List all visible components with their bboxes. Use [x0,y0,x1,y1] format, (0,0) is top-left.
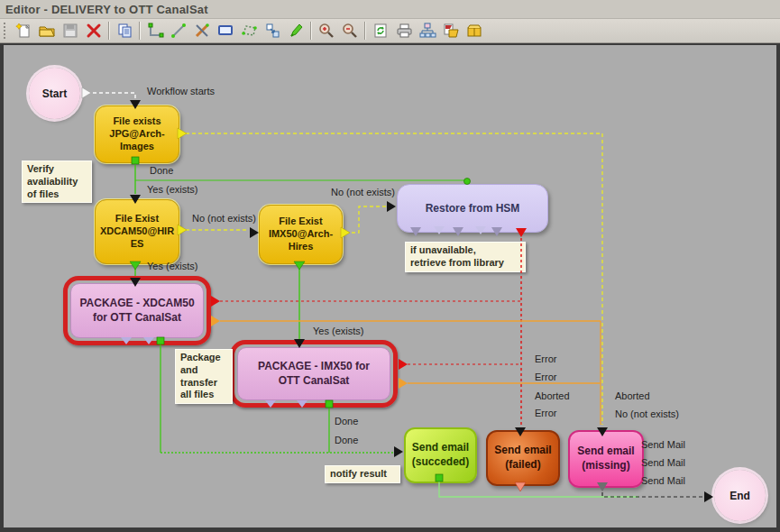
print-button[interactable] [392,19,416,42]
edge-label: Workflow starts [147,86,215,96]
note-package-transfer-text: Package and transfer all files [180,352,221,399]
node-package-imx50-label: PACKAGE - IMX50 for OTT CanalSat [258,360,370,388]
polygon-tool-icon [240,22,258,40]
edge-label: Error [535,371,556,382]
refresh-button[interactable] [369,19,392,42]
toolbar-separator [364,22,366,40]
node-file-exist-imx50-label: File Exist IMX50@Arch- Hires [269,216,333,252]
polygon-tool-button[interactable] [237,19,261,42]
note-retrieve-from-library-text: if unavailable, retrieve from library [410,244,504,268]
node-package-xdcam50[interactable]: PACKAGE - XDCAM50 for OTT CanalSat [70,283,204,338]
node-file-exist-xdcam50-label: File Exist XDCAM50@HIR ES [100,213,174,250]
node-file-exist-xdcam50[interactable]: File Exist XDCAM50@HIR ES [95,199,179,264]
copy-button[interactable] [113,19,136,42]
node-send-email-failed[interactable]: Send email (failed) [486,430,560,486]
cut-link-tool-icon [193,22,211,40]
edge-label: Yes (exists) [147,261,197,271]
arrange-tool-icon [263,22,281,40]
orthogonal-link-tool-button[interactable] [143,19,167,42]
edge-label: Aborted [615,390,650,401]
edge-label: Error [535,408,556,418]
zoom-in-button[interactable] [315,19,338,42]
toolbar-separator [310,22,312,40]
node-package-xdcam50-selection[interactable]: PACKAGE - XDCAM50 for OTT CanalSat [63,276,211,345]
report-button[interactable] [439,19,463,42]
new-workflow-icon [14,22,32,40]
marker-tool-icon [287,22,305,40]
edge-label: Send Mail [641,457,685,468]
node-start[interactable]: Start [29,68,80,119]
node-package-imx50-selection[interactable]: PACKAGE - IMX50 for OTT CanalSat [230,340,398,408]
node-package-imx50[interactable]: PACKAGE - IMX50 for OTT CanalSat [237,347,390,400]
node-tool-icon [216,22,234,40]
delete-button[interactable] [82,19,106,42]
note-notify-result-text: notify result [330,468,387,479]
package-button[interactable] [463,19,486,42]
open-folder-icon [38,22,56,40]
edge-label: Aborted [535,390,570,401]
edge-label: No (not exists) [331,187,395,197]
open-button[interactable] [35,19,59,42]
note-notify-result[interactable]: notify result [325,465,400,483]
toolbar-grip-icon[interactable] [3,22,9,40]
edge-label: Send Mail [641,439,685,450]
node-end-label: End [730,490,750,502]
node-file-exist-imx50[interactable]: File Exist IMX50@Arch- Hires [259,205,343,264]
straight-link-tool-button[interactable] [167,19,190,42]
node-send-email-failed-label: Send email (failed) [494,444,551,472]
toolbar-separator [139,22,141,40]
new-workflow-button[interactable] [12,19,35,42]
node-tool-button[interactable] [214,19,237,42]
edge-label: Yes (exists) [147,184,197,195]
package-icon [465,22,483,40]
node-file-exists-jpg[interactable]: File exists JPG@Arch- Images [95,105,179,163]
node-end[interactable]: End [714,470,766,521]
zoom-out-button[interactable] [338,19,362,42]
node-send-email-missing-label: Send email (missing) [577,445,634,472]
node-start-label: Start [42,87,67,100]
node-restore-from-hsm-label: Restore from HSM [426,202,520,215]
node-package-xdcam50-label: PACKAGE - XDCAM50 for OTT CanalSat [79,297,194,325]
save-icon [61,22,79,40]
orthogonal-link-tool-icon [146,22,164,40]
edge-label: Send Mail [641,475,685,486]
cut-link-tool-button[interactable] [190,19,214,42]
arrange-tool-button[interactable] [261,19,284,42]
marker-tool-button[interactable] [284,19,307,42]
title-bar: Editor - DELIVERY to OTT CanalSat [0,0,780,19]
edge-label: No (not exists) [615,408,679,419]
note-retrieve-from-library[interactable]: if unavailable, retrieve from library [405,242,526,272]
node-send-email-missing[interactable]: Send email (missing) [568,430,644,488]
edge-label: Error [535,353,556,364]
toolbar-separator [108,22,110,40]
node-file-exists-jpg-label: File exists JPG@Arch- Images [109,115,164,152]
window-title: Editor - DELIVERY to OTT CanalSat [5,3,208,16]
edge-label: Done [150,165,173,176]
toolbar [0,19,780,43]
edge-label: Done [335,435,358,445]
copy-icon [115,22,133,40]
note-verify-availability[interactable]: Verify avaliability of files [22,161,92,203]
save-button[interactable] [59,19,82,42]
straight-link-tool-icon [170,22,188,40]
print-icon [395,22,413,40]
note-verify-availability-text: Verify avaliability of files [27,163,78,199]
workflow-editor-window: Editor - DELIVERY to OTT CanalSat Start … [0,0,780,532]
delete-icon [85,22,103,40]
node-restore-from-hsm[interactable]: Restore from HSM [397,184,548,233]
edge-label: No (not exists) [192,213,256,224]
zoom-in-icon [317,22,335,40]
refresh-icon [372,22,390,40]
zoom-out-icon [341,22,359,40]
edge-label: Done [335,416,358,427]
node-send-email-succeded[interactable]: Send email (succeded) [404,427,477,483]
hierarchy-button[interactable] [416,19,439,42]
note-package-transfer[interactable]: Package and transfer all files [175,349,233,404]
node-send-email-succeded-label: Send email (succeded) [412,441,469,469]
report-icon [442,22,460,40]
edge-label: Yes (exists) [313,326,363,336]
hierarchy-icon [418,22,436,40]
